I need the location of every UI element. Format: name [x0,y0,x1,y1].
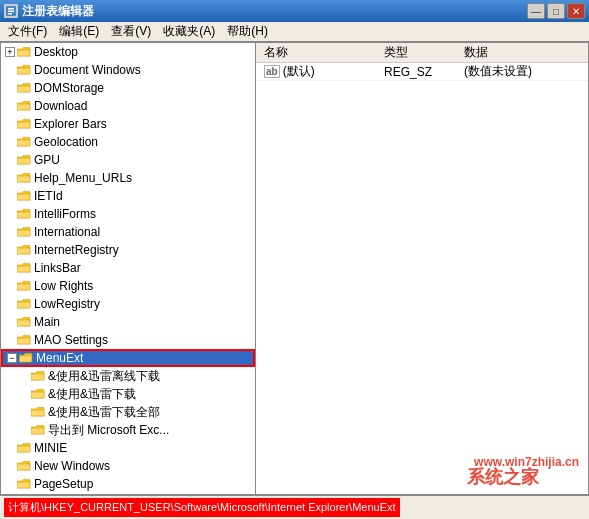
tree-item-label: GPU [34,153,60,167]
tree-item-label: International [34,225,100,239]
title-bar: 注册表编辑器 — □ ✕ [0,0,589,22]
menu-item[interactable]: 查看(V) [105,21,157,42]
minimize-button[interactable]: — [527,3,545,19]
header-data: 数据 [456,44,588,61]
tree-item[interactable]: Help_Menu_URLs [1,169,255,187]
tree-item-label: New Windows [34,459,110,473]
value-data-cell: (数值未设置) [456,63,588,80]
main-area: + Desktop Document Windows DOMStorage Do… [0,42,589,495]
maximize-button[interactable]: □ [547,3,565,19]
tree-item-label: PageSetup [34,477,93,491]
folder-icon [17,82,31,94]
header-name: 名称 [256,44,376,61]
header-type: 类型 [376,44,456,61]
tree-item-label: InternetRegistry [34,243,119,257]
window-title: 注册表编辑器 [22,3,94,20]
tree-item-label: DOMStorage [34,81,104,95]
tree-item[interactable]: Low Rights [1,277,255,295]
folder-icon [17,460,31,472]
tree-item[interactable]: MINIE [1,439,255,457]
tree-item-label: Document Windows [34,63,141,77]
tree-item[interactable]: New Windows [1,457,255,475]
svg-rect-19 [17,320,30,326]
folder-icon [17,46,31,58]
tree-item[interactable]: IETId [1,187,255,205]
menu-item[interactable]: 帮助(H) [221,21,274,42]
folder-icon [17,280,31,292]
tree-item-label: IntelliForms [34,207,96,221]
tree-item[interactable]: LowRegistry [1,295,255,313]
tree-item[interactable]: GPU [1,151,255,169]
tree-item[interactable]: MAO Settings [1,331,255,349]
tree-item[interactable]: PageSetup [1,475,255,493]
menu-item[interactable]: 编辑(E) [53,21,105,42]
tree-item-label: MAO Settings [34,333,108,347]
svg-rect-7 [17,104,30,110]
tree-item[interactable]: IntelliForms [1,205,255,223]
folder-icon [31,388,45,400]
menu-item[interactable]: 文件(F) [2,21,53,42]
svg-rect-22 [31,392,44,398]
tree-item[interactable]: International [1,223,255,241]
collapse-button[interactable]: − [7,353,17,363]
tree-item[interactable]: &使用&迅雷离线下载 [1,367,255,385]
svg-rect-23 [31,410,44,416]
right-panel: 名称 类型 数据 ab (默认) REG_SZ (数值未设置) [256,43,588,494]
svg-rect-21 [31,374,44,380]
tree-item-label: Low Rights [34,279,93,293]
svg-rect-14 [17,230,30,236]
folder-icon [17,154,31,166]
folder-icon [17,190,31,202]
tree-item[interactable]: Explorer Bars [1,115,255,133]
svg-rect-27 [17,482,30,488]
folder-icon [17,442,31,454]
svg-rect-25 [17,446,30,452]
tree-item-label: Main [34,315,60,329]
tree-item-label: Desktop [34,45,78,59]
folder-icon [17,64,31,76]
tree-item-label: &使用&迅雷下载 [48,386,136,403]
status-bar: 计算机\HKEY_CURRENT_USER\Software\Microsoft… [0,495,589,519]
svg-rect-6 [17,86,30,92]
tree-item[interactable]: − MenuExt [1,349,255,367]
folder-icon [31,370,45,382]
svg-rect-18 [17,302,30,308]
folder-icon [17,118,31,130]
svg-rect-24 [31,428,44,434]
value-name-cell: ab (默认) [256,63,376,80]
svg-rect-13 [17,212,30,218]
folder-icon [17,478,31,490]
tree-item[interactable]: Document Windows [1,61,255,79]
menu-bar: 文件(F)编辑(E)查看(V)收藏夹(A)帮助(H) [0,22,589,42]
folder-icon [31,424,45,436]
ab-type-icon: ab [264,65,280,78]
registry-value-row[interactable]: ab (默认) REG_SZ (数值未设置) [256,63,588,81]
folder-icon [17,136,31,148]
tree-item[interactable]: InternetRegistry [1,241,255,259]
tree-item[interactable]: &使用&迅雷下载 [1,385,255,403]
tree-item[interactable]: 导出到 Microsoft Exc... [1,421,255,439]
svg-rect-15 [17,248,30,254]
close-button[interactable]: ✕ [567,3,585,19]
tree-item[interactable]: LinksBar [1,259,255,277]
tree-item-label: MINIE [34,441,67,455]
tree-scroll[interactable]: + Desktop Document Windows DOMStorage Do… [1,43,255,494]
tree-item[interactable]: DOMStorage [1,79,255,97]
tree-item[interactable]: Download [1,97,255,115]
tree-item[interactable]: + Desktop [1,43,255,61]
tree-item[interactable]: Geolocation [1,133,255,151]
tree-item[interactable]: Main [1,313,255,331]
menu-item[interactable]: 收藏夹(A) [157,21,221,42]
title-bar-left: 注册表编辑器 [4,3,94,20]
tree-item-label: 导出到 Microsoft Exc... [48,422,169,439]
folder-icon [17,262,31,274]
svg-rect-1 [8,8,14,10]
app-icon [4,4,18,18]
tree-item-label: LinksBar [34,261,81,275]
tree-item-label: Geolocation [34,135,98,149]
right-panel-header: 名称 类型 数据 [256,43,588,63]
title-buttons: — □ ✕ [527,3,585,19]
tree-item[interactable]: &使用&迅雷下载全部 [1,403,255,421]
expand-button[interactable]: + [5,47,15,57]
value-type-cell: REG_SZ [376,65,456,79]
